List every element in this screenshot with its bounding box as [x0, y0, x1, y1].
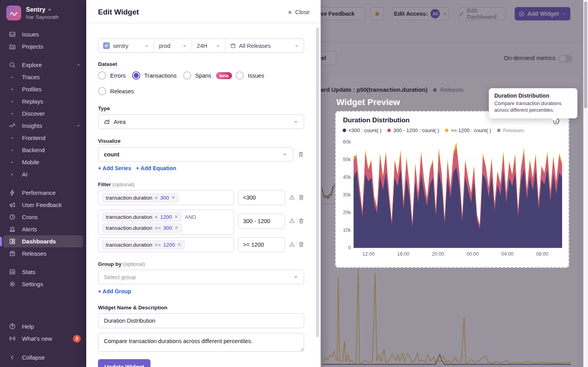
date-range-filter[interactable]: 24H — [192, 39, 225, 53]
dataset-option-transactions[interactable]: Transactions — [132, 71, 176, 80]
chevron-down-icon — [294, 44, 299, 48]
radio-checked-icon[interactable] — [132, 71, 140, 80]
panel-scrollbar[interactable] — [316, 27, 319, 337]
dataset-option-issues[interactable]: Issues — [236, 71, 264, 80]
delete-filter-button[interactable] — [298, 241, 305, 248]
sidebar-item-discover[interactable]: Discover — [0, 107, 86, 120]
y-axis-tick: 60k — [336, 139, 351, 145]
y-axis-tick: 40k — [336, 174, 351, 180]
add-equation-link[interactable]: + Add Equation — [136, 165, 176, 171]
sidebar-item-frontend[interactable]: Frontend — [0, 132, 86, 144]
widget-name-input[interactable] — [98, 313, 304, 328]
type-label: Type — [98, 105, 110, 111]
add-group-link[interactable]: + Add Group — [98, 288, 131, 294]
sidebar-item-projects[interactable]: Projects — [0, 40, 86, 53]
project-filter[interactable]: sentry — [98, 39, 154, 53]
sentry-logo[interactable] — [6, 5, 21, 20]
delete-filter-button[interactable] — [298, 218, 305, 224]
sidebar-item-whats-new[interactable]: What's new3 — [0, 332, 86, 345]
filter-query-input[interactable]: transaction.duration < 300 ✕ — [98, 190, 234, 205]
x-axis-tick: 12:00 — [360, 251, 377, 257]
delete-filter-button[interactable] — [298, 194, 305, 201]
chevron-down-icon — [293, 119, 298, 124]
grid-icon — [9, 238, 16, 245]
scrollbar-thumb[interactable] — [584, 2, 587, 108]
sidebar-item-explore[interactable]: Explore — [0, 59, 86, 71]
sidebar-item-mobile[interactable]: Mobile — [0, 156, 86, 168]
legend-item[interactable]: <300 : count( ) — [343, 127, 381, 133]
trash-icon — [298, 218, 305, 224]
filter-alias-input[interactable] — [238, 190, 285, 205]
remove-token-icon[interactable]: ✕ — [177, 242, 181, 247]
widget-preview-heading: Widget Preview — [336, 97, 400, 107]
group-by-select[interactable]: Select group — [98, 270, 304, 284]
legend-item[interactable]: Releases — [497, 127, 524, 133]
update-widget-button[interactable]: Update Widget — [98, 359, 151, 367]
filter-query-input[interactable]: transaction.duration < 1200 ✕ AND transa… — [98, 210, 234, 235]
panel-title: Edit Widget — [98, 8, 139, 16]
sidebar-item-backend[interactable]: Backend — [0, 144, 86, 156]
sidebar-item-user-feedback[interactable]: User Feedback — [0, 199, 86, 211]
widget-preview-card[interactable]: Duration Distribution <300 : count( )300… — [335, 111, 569, 268]
remove-token-icon[interactable]: ✕ — [174, 225, 178, 231]
radio-icon[interactable] — [98, 71, 106, 80]
chevron-down-icon — [216, 44, 220, 48]
duration-distribution-chart[interactable] — [354, 142, 562, 248]
visualize-select[interactable]: count — [98, 147, 293, 162]
sidebar-item-profiles[interactable]: Profiles — [0, 83, 86, 95]
chevron-left-icon — [9, 354, 16, 361]
sidebar-item-performance[interactable]: Performance — [0, 187, 86, 199]
y-axis-tick: 30k — [336, 192, 351, 198]
filter-token[interactable]: transaction.duration >= 1200 ✕ — [102, 240, 185, 249]
sidebar-item-insights[interactable]: Insights — [0, 120, 86, 132]
sidebar-item-stats[interactable]: Stats — [0, 266, 86, 278]
release-filter-value: All Releases — [239, 43, 271, 49]
radio-icon[interactable] — [236, 71, 244, 80]
environment-filter[interactable]: prod — [154, 39, 192, 53]
widget-description-textarea[interactable]: Compare transaction durations across dif… — [98, 333, 304, 352]
delete-visualize-button[interactable] — [298, 151, 304, 158]
filter-token[interactable]: transaction.duration < 300 ✕ — [102, 193, 179, 202]
org-switcher[interactable]: Sentry — [26, 6, 59, 13]
close-button[interactable]: Close — [287, 9, 310, 15]
sidebar-item-settings[interactable]: Settings — [0, 278, 86, 290]
dataset-option-spans[interactable]: Spans beta — [183, 71, 232, 80]
sidebar-item-collapse[interactable]: Collapse — [0, 351, 86, 363]
sidebar: Sentry Nar Saynorath IssuesProjectsExplo… — [0, 0, 86, 367]
filter-token[interactable]: transaction.duration < 1200 ✕ — [102, 213, 182, 222]
type-select[interactable]: Area — [98, 114, 304, 129]
release-filter[interactable]: All Releases — [225, 39, 304, 53]
gear-icon — [9, 281, 16, 287]
x-axis-tick: 04:00 — [499, 251, 516, 257]
sidebar-item-issues[interactable]: Issues — [0, 28, 86, 40]
sidebar-item-help[interactable]: Help — [0, 320, 86, 332]
dataset-option-errors[interactable]: Errors — [98, 71, 125, 80]
sentry-app: Give Feedback ★ Edit Access: All Edit Da… — [0, 0, 588, 367]
sidebar-item-alerts[interactable]: Alerts — [0, 223, 86, 235]
remove-token-icon[interactable]: ✕ — [174, 214, 178, 220]
legend-item[interactable]: >= 1200 : count( ) — [445, 127, 491, 133]
sidebar-item-dashboards[interactable]: Dashboards — [3, 235, 83, 247]
sidebar-item-releases[interactable]: Releases — [0, 247, 86, 260]
add-series-link[interactable]: + Add Series — [98, 165, 131, 171]
radio-icon[interactable] — [183, 71, 191, 80]
filter-query-input[interactable]: transaction.duration >= 1200 ✕ — [98, 237, 234, 252]
page-scrollbar[interactable] — [583, 0, 588, 367]
project-filter-value: sentry — [113, 43, 129, 49]
warning-icon — [289, 218, 295, 224]
filter-token[interactable]: transaction.duration >= 300 ✕ — [102, 223, 182, 233]
radio-icon[interactable] — [98, 87, 106, 95]
sidebar-item-ai[interactable]: AI — [0, 168, 86, 180]
dataset-option-releases[interactable]: Releases — [98, 87, 134, 95]
filter-warning-icon — [289, 218, 295, 224]
bars-icon — [9, 269, 16, 275]
search-icon — [9, 62, 16, 68]
filter-alias-input[interactable] — [238, 237, 285, 252]
y-axis-tick: 50k — [336, 157, 351, 162]
legend-item[interactable]: 300 - 1200 : count( ) — [387, 127, 439, 133]
sidebar-item-crons[interactable]: Crons — [0, 211, 86, 223]
remove-token-icon[interactable]: ✕ — [171, 195, 175, 200]
filter-alias-input[interactable] — [238, 214, 285, 229]
sidebar-item-replays[interactable]: Replays — [0, 95, 86, 107]
sidebar-item-traces[interactable]: Traces — [0, 71, 86, 83]
